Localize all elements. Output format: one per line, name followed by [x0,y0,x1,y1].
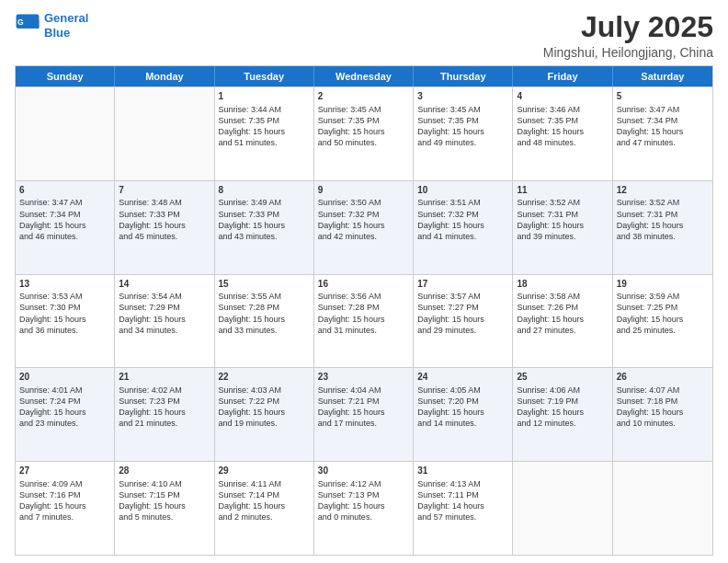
day-cell-18: 18Sunrise: 3:58 AMSunset: 7:26 PMDayligh… [513,275,612,368]
day-info-line: Sunset: 7:28 PM [318,302,409,313]
logo-line1: General [44,11,88,25]
day-info-line: Sunset: 7:19 PM [517,396,608,407]
day-cell-15: 15Sunrise: 3:55 AMSunset: 7:28 PMDayligh… [215,275,314,368]
day-info-line: Sunrise: 3:52 AM [617,197,709,208]
day-number: 22 [219,371,310,384]
day-info-line: Sunset: 7:29 PM [119,302,210,313]
day-number: 6 [19,184,110,197]
top-section: G General Blue July 2025 Mingshui, Heilo… [15,11,713,60]
day-info-line: Sunrise: 3:44 AM [219,104,310,115]
day-cell-5: 5Sunrise: 3:47 AMSunset: 7:34 PMDaylight… [613,87,712,180]
day-info-line: Sunset: 7:32 PM [318,209,409,220]
day-info-line: Daylight: 15 hours [318,314,409,325]
day-cell-10: 10Sunrise: 3:51 AMSunset: 7:32 PMDayligh… [414,181,513,274]
day-cell-21: 21Sunrise: 4:02 AMSunset: 7:23 PMDayligh… [115,368,214,461]
day-info-line: Sunrise: 3:55 AM [219,291,310,302]
day-info-line: and 14 minutes. [417,418,508,429]
day-number: 17 [417,278,508,291]
day-info-line: Sunrise: 3:56 AM [318,291,409,302]
day-number: 7 [119,184,210,197]
day-info-line: Sunrise: 3:45 AM [318,104,409,115]
day-cell-17: 17Sunrise: 3:57 AMSunset: 7:27 PMDayligh… [414,275,513,368]
day-info-line: and 51 minutes. [219,137,310,148]
day-number: 16 [318,278,409,291]
day-cell-3: 3Sunrise: 3:45 AMSunset: 7:35 PMDaylight… [414,87,513,180]
header-day-friday: Friday [513,66,612,86]
logo-line2: Blue [44,26,70,40]
day-info-line: Sunrise: 3:58 AM [517,291,608,302]
logo: G General Blue [15,11,88,40]
day-info-line: Sunrise: 3:51 AM [417,197,508,208]
day-info-line: Sunrise: 3:46 AM [517,104,608,115]
header-day-saturday: Saturday [613,66,712,86]
day-info-line: and 12 minutes. [517,418,608,429]
day-number: 27 [19,465,110,477]
calendar: SundayMondayTuesdayWednesdayThursdayFrid… [15,65,713,556]
day-info-line: Sunset: 7:24 PM [19,396,110,407]
empty-cell [16,87,115,180]
day-info-line: Daylight: 15 hours [19,314,110,325]
empty-cell [513,462,612,555]
day-info-line: and 0 minutes. [318,511,409,523]
day-info-line: Daylight: 15 hours [219,126,310,137]
day-info-line: Sunrise: 4:09 AM [19,478,110,489]
day-number: 14 [119,278,210,291]
day-info-line: and 2 minutes. [219,511,310,523]
day-info-line: Daylight: 15 hours [417,314,508,325]
day-info-line: and 49 minutes. [417,137,508,148]
day-info-line: Sunrise: 3:47 AM [617,104,709,115]
day-info-line: Sunrise: 4:11 AM [219,478,310,489]
day-info-line: Daylight: 15 hours [417,126,508,137]
empty-cell [613,462,712,555]
day-info-line: and 43 minutes. [219,231,310,242]
day-cell-26: 26Sunrise: 4:07 AMSunset: 7:18 PMDayligh… [613,368,712,461]
subtitle: Mingshui, Heilongjiang, China [543,45,713,60]
day-cell-1: 1Sunrise: 3:44 AMSunset: 7:35 PMDaylight… [215,87,314,180]
day-info-line: and 41 minutes. [417,231,508,242]
day-info-line: Sunrise: 4:04 AM [318,385,409,396]
header-day-thursday: Thursday [414,66,513,86]
day-info-line: Daylight: 15 hours [417,220,508,231]
day-info-line: and 38 minutes. [617,231,709,242]
day-cell-31: 31Sunrise: 4:13 AMSunset: 7:11 PMDayligh… [414,462,513,555]
main-title: July 2025 [543,11,713,43]
day-info-line: Sunrise: 3:45 AM [417,104,508,115]
svg-text:G: G [17,17,24,27]
day-info-line: and 7 minutes. [19,511,110,523]
day-cell-11: 11Sunrise: 3:52 AMSunset: 7:31 PMDayligh… [513,181,612,274]
day-info-line: Sunrise: 3:48 AM [119,197,210,208]
week-row-0: 1Sunrise: 3:44 AMSunset: 7:35 PMDaylight… [16,86,712,180]
day-info-line: Sunrise: 4:07 AM [617,385,709,396]
day-info-line: Daylight: 15 hours [19,220,110,231]
day-info-line: Sunset: 7:14 PM [219,489,310,500]
day-info-line: Daylight: 14 hours [417,500,508,511]
day-number: 3 [417,90,508,103]
day-info-line: and 45 minutes. [119,231,210,242]
day-number: 8 [219,184,310,197]
day-cell-4: 4Sunrise: 3:46 AMSunset: 7:35 PMDaylight… [513,87,612,180]
day-info-line: Sunrise: 3:47 AM [19,197,110,208]
week-row-2: 13Sunrise: 3:53 AMSunset: 7:30 PMDayligh… [16,274,712,368]
day-number: 18 [517,278,608,291]
day-cell-27: 27Sunrise: 4:09 AMSunset: 7:16 PMDayligh… [16,462,115,555]
day-info-line: Sunset: 7:27 PM [417,302,508,313]
header-day-sunday: Sunday [16,66,115,86]
day-cell-6: 6Sunrise: 3:47 AMSunset: 7:34 PMDaylight… [16,181,115,274]
day-info-line: Sunset: 7:11 PM [417,489,508,500]
day-info-line: Daylight: 15 hours [318,126,409,137]
day-info-line: Sunrise: 3:57 AM [417,291,508,302]
header-day-monday: Monday [115,66,214,86]
day-info-line: Daylight: 15 hours [617,220,709,231]
day-cell-2: 2Sunrise: 3:45 AMSunset: 7:35 PMDaylight… [314,87,414,180]
logo-icon: G [15,13,40,39]
day-number: 2 [318,90,409,103]
day-number: 28 [119,465,210,477]
day-info-line: Sunset: 7:35 PM [417,115,508,126]
day-cell-23: 23Sunrise: 4:04 AMSunset: 7:21 PMDayligh… [314,368,414,461]
day-info-line: Sunset: 7:22 PM [219,396,310,407]
day-info-line: Daylight: 15 hours [417,407,508,418]
day-info-line: and 34 minutes. [119,325,210,336]
day-info-line: Sunrise: 4:01 AM [19,385,110,396]
day-info-line: Sunset: 7:35 PM [517,115,608,126]
week-row-1: 6Sunrise: 3:47 AMSunset: 7:34 PMDaylight… [16,180,712,274]
